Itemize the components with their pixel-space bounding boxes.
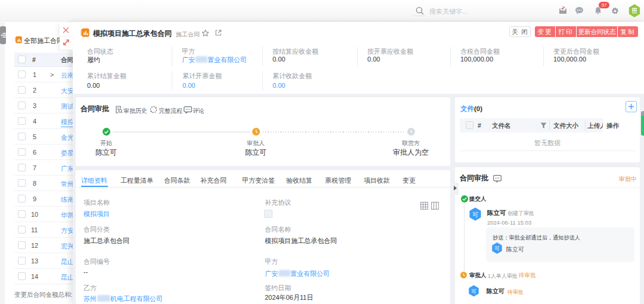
svg-text:可: 可 xyxy=(471,288,476,294)
svg-text:可: 可 xyxy=(472,211,478,218)
svg-text:可: 可 xyxy=(494,245,500,251)
